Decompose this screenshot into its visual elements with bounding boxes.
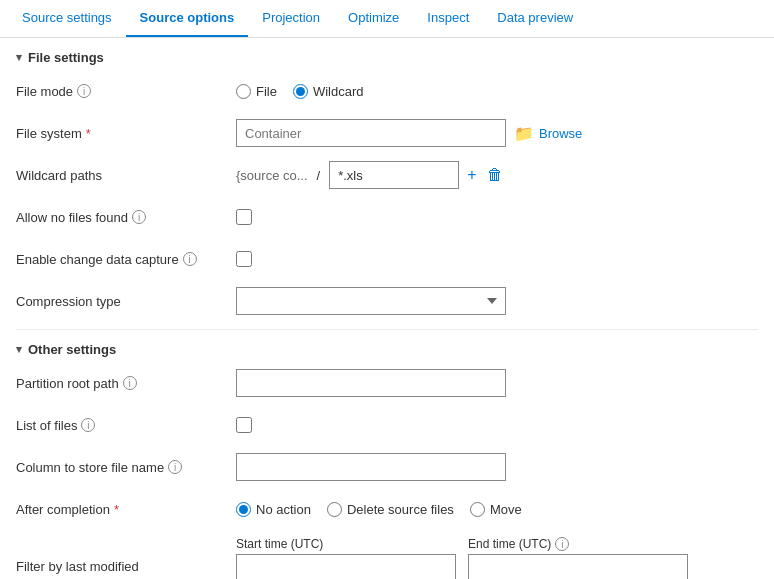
filter-by-last-modified-row: Filter by last modified Start time (UTC)…	[16, 537, 758, 579]
partition-root-path-label: Partition root path i	[16, 376, 236, 391]
file-system-row: File system * 📁 Browse	[16, 119, 758, 147]
end-time-label: End time (UTC) i	[468, 537, 688, 551]
file-mode-file-option[interactable]: File	[236, 84, 277, 99]
tab-optimize[interactable]: Optimize	[334, 0, 413, 37]
allow-no-files-row: Allow no files found i	[16, 203, 758, 231]
allow-no-files-checkbox[interactable]	[236, 209, 252, 225]
browse-icon: 📁	[514, 124, 534, 143]
tab-bar: Source settings Source options Projectio…	[0, 0, 774, 38]
file-system-required: *	[86, 126, 91, 141]
allow-no-files-control	[236, 209, 758, 225]
after-completion-label: After completion *	[16, 502, 236, 517]
tab-inspect[interactable]: Inspect	[413, 0, 483, 37]
file-settings-header: ▾ File settings	[16, 50, 758, 65]
file-settings-chevron[interactable]: ▾	[16, 51, 22, 64]
browse-button[interactable]: 📁 Browse	[514, 124, 582, 143]
file-mode-file-radio[interactable]	[236, 84, 251, 99]
end-time-input[interactable]	[468, 554, 688, 579]
tab-projection[interactable]: Projection	[248, 0, 334, 37]
file-mode-wildcard-radio[interactable]	[293, 84, 308, 99]
tab-source-settings[interactable]: Source settings	[8, 0, 126, 37]
compression-type-label: Compression type	[16, 294, 236, 309]
other-settings-header: ▾ Other settings	[16, 342, 758, 357]
file-mode-wildcard-option[interactable]: Wildcard	[293, 84, 364, 99]
section-divider	[16, 329, 758, 330]
partition-root-path-input[interactable]	[236, 369, 506, 397]
file-system-input[interactable]	[236, 119, 506, 147]
column-to-store-label: Column to store file name i	[16, 460, 236, 475]
allow-no-files-info-icon[interactable]: i	[132, 210, 146, 224]
after-completion-move-option[interactable]: Move	[470, 502, 522, 517]
after-completion-move-radio[interactable]	[470, 502, 485, 517]
tab-source-options[interactable]: Source options	[126, 0, 249, 37]
filter-by-last-modified-label: Filter by last modified	[16, 537, 236, 574]
compression-type-control: None gzip bzip2 deflate	[236, 287, 758, 315]
partition-root-path-row: Partition root path i	[16, 369, 758, 397]
other-settings-chevron[interactable]: ▾	[16, 343, 22, 356]
list-of-files-row: List of files i	[16, 411, 758, 439]
other-settings-label: Other settings	[28, 342, 116, 357]
wildcard-paths-control: {source co... / + 🗑	[236, 161, 758, 189]
add-wildcard-button[interactable]: +	[465, 164, 478, 186]
start-time-label: Start time (UTC)	[236, 537, 456, 551]
filter-by-last-modified-control: Start time (UTC) End time (UTC) i	[236, 537, 758, 579]
after-completion-delete-option[interactable]: Delete source files	[327, 502, 454, 517]
enable-cdc-row: Enable change data capture i	[16, 245, 758, 273]
filter-time-labels: Start time (UTC) End time (UTC) i	[236, 537, 688, 579]
file-mode-row: File mode i File Wildcard	[16, 77, 758, 105]
start-time-input[interactable]	[236, 554, 456, 579]
after-completion-control: No action Delete source files Move	[236, 502, 758, 517]
file-mode-label: File mode i	[16, 84, 236, 99]
compression-type-row: Compression type None gzip bzip2 deflate	[16, 287, 758, 315]
column-to-store-info-icon[interactable]: i	[168, 460, 182, 474]
partition-root-path-info-icon[interactable]: i	[123, 376, 137, 390]
list-of-files-checkbox[interactable]	[236, 417, 252, 433]
file-system-control: 📁 Browse	[236, 119, 758, 147]
allow-no-files-label: Allow no files found i	[16, 210, 236, 225]
start-time-group: Start time (UTC)	[236, 537, 456, 579]
main-content: ▾ File settings File mode i File Wildcar…	[0, 38, 774, 579]
delete-wildcard-button[interactable]: 🗑	[485, 164, 505, 186]
wildcard-paths-row: Wildcard paths {source co... / + 🗑	[16, 161, 758, 189]
enable-cdc-checkbox[interactable]	[236, 251, 252, 267]
enable-cdc-label: Enable change data capture i	[16, 252, 236, 267]
column-to-store-control	[236, 453, 758, 481]
after-completion-row: After completion * No action Delete sour…	[16, 495, 758, 523]
file-settings-label: File settings	[28, 50, 104, 65]
enable-cdc-info-icon[interactable]: i	[183, 252, 197, 266]
wildcard-prefix: {source co...	[236, 168, 308, 183]
file-system-label: File system *	[16, 126, 236, 141]
column-to-store-input[interactable]	[236, 453, 506, 481]
enable-cdc-control	[236, 251, 758, 267]
wildcard-row: {source co... / + 🗑	[236, 161, 505, 189]
after-completion-required: *	[114, 502, 119, 517]
partition-root-path-control	[236, 369, 758, 397]
column-to-store-row: Column to store file name i	[16, 453, 758, 481]
wildcard-paths-label: Wildcard paths	[16, 168, 236, 183]
file-mode-info-icon[interactable]: i	[77, 84, 91, 98]
list-of-files-control	[236, 417, 758, 433]
end-time-group: End time (UTC) i	[468, 537, 688, 579]
wildcard-value-input[interactable]	[329, 161, 459, 189]
file-mode-control: File Wildcard	[236, 84, 758, 99]
after-completion-no-action-radio[interactable]	[236, 502, 251, 517]
after-completion-delete-radio[interactable]	[327, 502, 342, 517]
after-completion-no-action-option[interactable]: No action	[236, 502, 311, 517]
wildcard-separator: /	[317, 168, 321, 183]
list-of-files-label: List of files i	[16, 418, 236, 433]
tab-data-preview[interactable]: Data preview	[483, 0, 587, 37]
end-time-info-icon[interactable]: i	[555, 537, 569, 551]
compression-type-select[interactable]: None gzip bzip2 deflate	[236, 287, 506, 315]
list-of-files-info-icon[interactable]: i	[81, 418, 95, 432]
